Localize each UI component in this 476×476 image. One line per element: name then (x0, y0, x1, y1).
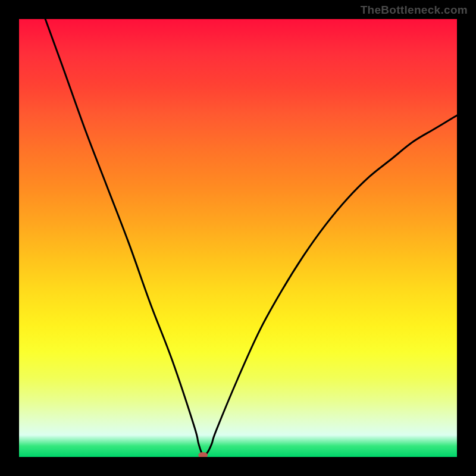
bottleneck-curve (45, 19, 457, 456)
chart-frame: TheBottleneck.com (0, 0, 476, 476)
watermark-text: TheBottleneck.com (361, 4, 468, 17)
plot-area (19, 19, 457, 457)
chart-svg (19, 19, 457, 457)
